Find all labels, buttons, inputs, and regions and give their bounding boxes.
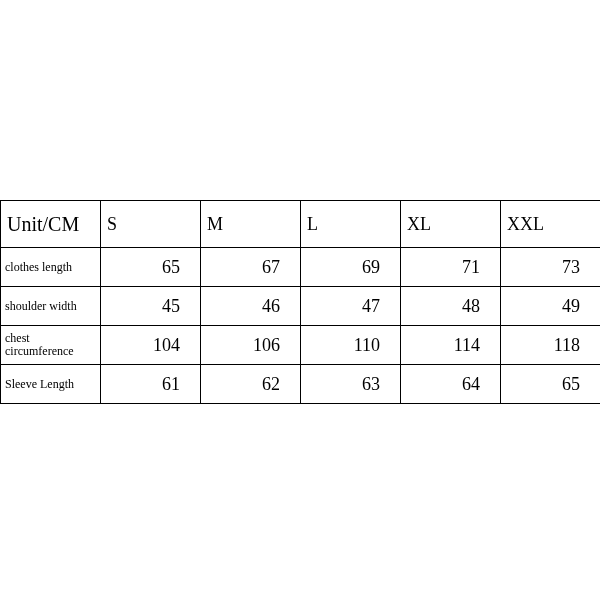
table-row: Sleeve Length 61 62 63 64 65 (1, 365, 601, 404)
cell: 61 (101, 365, 201, 404)
cell: 104 (101, 326, 201, 365)
table-row: clothes length 65 67 69 71 73 (1, 248, 601, 287)
cell: 64 (401, 365, 501, 404)
size-header-s: S (101, 201, 201, 248)
cell: 47 (301, 287, 401, 326)
cell: 69 (301, 248, 401, 287)
cell: 49 (501, 287, 601, 326)
cell: 71 (401, 248, 501, 287)
cell: 62 (201, 365, 301, 404)
header-row: Unit/CM S M L XL XXL (1, 201, 601, 248)
cell: 118 (501, 326, 601, 365)
size-header-xxl: XXL (501, 201, 601, 248)
unit-header: Unit/CM (1, 201, 101, 248)
size-header-m: M (201, 201, 301, 248)
row-label: Sleeve Length (1, 365, 101, 404)
row-label: shoulder width (1, 287, 101, 326)
size-chart-table: Unit/CM S M L XL XXL clothes length 65 6… (0, 200, 600, 404)
cell: 45 (101, 287, 201, 326)
cell: 48 (401, 287, 501, 326)
cell: 114 (401, 326, 501, 365)
cell: 67 (201, 248, 301, 287)
table-row: chest circumference 104 106 110 114 118 (1, 326, 601, 365)
row-label: clothes length (1, 248, 101, 287)
size-header-xl: XL (401, 201, 501, 248)
row-label: chest circumference (1, 326, 101, 365)
cell: 73 (501, 248, 601, 287)
cell: 46 (201, 287, 301, 326)
cell: 110 (301, 326, 401, 365)
cell: 65 (501, 365, 601, 404)
cell: 106 (201, 326, 301, 365)
cell: 65 (101, 248, 201, 287)
cell: 63 (301, 365, 401, 404)
table-row: shoulder width 45 46 47 48 49 (1, 287, 601, 326)
size-header-l: L (301, 201, 401, 248)
